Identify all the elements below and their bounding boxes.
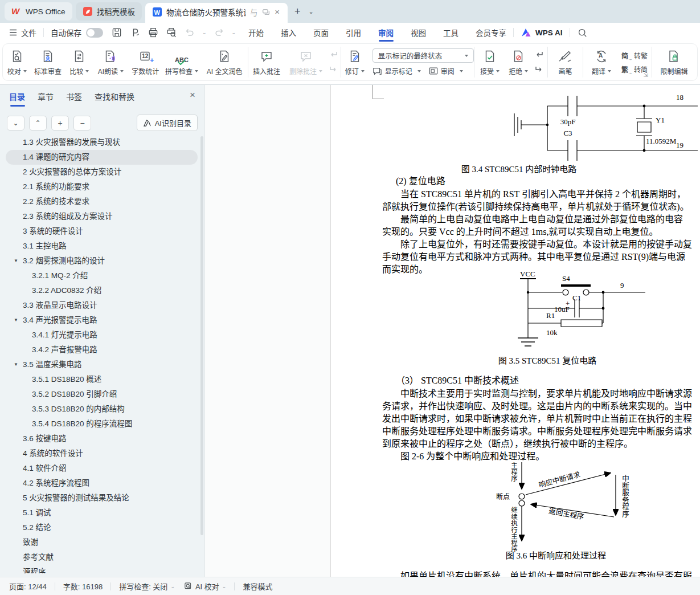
sidebar-tab[interactable]: 书签 xyxy=(66,91,82,107)
float-window-icon[interactable] xyxy=(263,9,269,15)
menu-tab[interactable]: 工具 xyxy=(443,23,459,42)
show-markup-button[interactable]: 显示标记 xyxy=(372,66,421,76)
reject-revision-button[interactable]: 拒绝 xyxy=(505,44,532,80)
quickbar-caret-icon[interactable]: ⌄ xyxy=(232,30,236,35)
undo-icon[interactable] xyxy=(184,27,195,38)
toc-item[interactable]: ▼3.2.1 MQ-2 介绍 xyxy=(6,268,198,283)
toc-item[interactable]: ▼参考文献 xyxy=(6,550,198,565)
undo-caret-icon[interactable]: ⌄ xyxy=(202,30,207,35)
toc-expand-arrow-icon[interactable]: ▼ xyxy=(14,357,18,372)
markup-state-dropdown[interactable]: 显示标记的最终状态 xyxy=(372,48,474,63)
toc-item[interactable]: ▼3.5 温度采集电路 xyxy=(6,357,198,372)
sidebar-tab[interactable]: 目录 xyxy=(9,91,25,107)
ai-proofread-status[interactable]: AI 校对⌄ xyxy=(184,581,226,592)
toc-item[interactable]: ▼4.1 软件介绍 xyxy=(6,461,198,476)
toc-item[interactable]: ▼2.1 系统的功能要求 xyxy=(6,180,198,194)
document-page[interactable]: 18 19 30pF C3 Y1 11.0592M 图 3.4 STC89C51… xyxy=(330,85,700,577)
toc-expand-arrow-icon[interactable]: ▼ xyxy=(14,313,18,328)
toc-item[interactable]: ▼4.2 系统程序流程图 xyxy=(6,476,198,491)
menu-tab[interactable]: 插入 xyxy=(281,23,296,42)
redo-icon[interactable] xyxy=(214,27,225,38)
menu-tab[interactable]: 视图 xyxy=(411,23,426,42)
toc-item[interactable]: ▼2.2 系统的技术要求 xyxy=(6,194,198,209)
save-icon[interactable] xyxy=(111,27,122,38)
toc-item[interactable]: ▼3.3 液晶显示电路设计 xyxy=(6,298,198,313)
toc-item[interactable]: ▼3.4.2 声音报警电路 xyxy=(6,343,198,357)
spell-check-status[interactable]: 拼写检查: 关闭⌄ xyxy=(119,581,175,592)
toc-item[interactable]: ▼1.3 火灾报警器的发展与现状 xyxy=(6,135,198,150)
toc-collapse-all-button[interactable]: ⌄ xyxy=(7,116,24,131)
toc-item[interactable]: ▼3.4 声光报警提示电路 xyxy=(6,313,198,328)
toc-item[interactable]: ▼3.5.3 DS18B20 的内部结构 xyxy=(6,402,198,417)
menu-tab[interactable]: 页面 xyxy=(313,23,329,42)
sidebar-tab[interactable]: 查找和替换 xyxy=(95,91,134,107)
export-pdf-icon[interactable] xyxy=(129,27,141,38)
toc-item[interactable]: ▼3.5.2 DS18B20 引脚介绍 xyxy=(6,387,198,402)
new-tab-icon[interactable]: + xyxy=(294,6,301,18)
toc-item[interactable]: ▼5 火灾报警器的测试结果及结论 xyxy=(6,491,198,506)
word-count-indicator[interactable]: 字数: 16198 xyxy=(63,581,103,592)
menu-tab[interactable]: 审阅 xyxy=(378,23,394,42)
toc-item[interactable]: ▼3.2.2 ADC0832 介绍 xyxy=(6,283,198,298)
next-comment-button[interactable] xyxy=(328,64,340,75)
toc-item[interactable]: ▼3.1 主控电路 xyxy=(6,239,198,254)
toc-item[interactable]: ▼致谢 xyxy=(6,535,198,550)
ink-brush-button[interactable]: 画笔 xyxy=(550,44,580,80)
review-pane-button[interactable]: 审阅 xyxy=(429,66,463,76)
toc-zoom-in-button[interactable]: + xyxy=(51,116,69,131)
tab-docer-templates[interactable]: 找稻壳模板 xyxy=(76,2,142,21)
toc-item[interactable]: ▼5.1 调试 xyxy=(6,506,198,520)
menu-tab[interactable]: 引用 xyxy=(346,23,361,42)
wps-ai-button[interactable]: WPS AI xyxy=(521,27,563,38)
tab-wps-office[interactable]: W WPS Office xyxy=(5,2,72,21)
sidebar-close-icon[interactable]: × xyxy=(190,89,195,101)
toc-item[interactable]: ▼3.5.4 DS18B20 的程序流程图 xyxy=(6,417,198,431)
word-count-button[interactable]: 12+ 字数统计 xyxy=(129,44,162,80)
toc-item[interactable]: ▼2.3 系统的组成及方案设计 xyxy=(6,209,198,224)
print-icon[interactable] xyxy=(148,27,159,38)
compare-button[interactable]: 比较 xyxy=(66,44,92,80)
ai-polish-button[interactable]: AI 全文润色 xyxy=(201,44,248,80)
next-revision-button[interactable] xyxy=(533,64,546,75)
delete-comment-button[interactable]: 删除批注 xyxy=(286,44,325,80)
translate-button[interactable]: A 翻译 xyxy=(587,44,616,80)
toc-item[interactable]: ▼2 火灾报警器的总体方案设计 xyxy=(6,165,198,180)
toc-item[interactable]: ▼3.2 烟雾探测电路的设计 xyxy=(6,254,198,268)
toc-item[interactable]: ▼3 系统的硬件设计 xyxy=(6,224,198,239)
track-changes-button[interactable]: 修订 xyxy=(342,44,368,80)
toc-item[interactable]: ▼3.4.1 灯光提示电路 xyxy=(6,328,198,343)
insert-comment-button[interactable]: 插入批注 xyxy=(249,44,284,80)
ai-recognize-toc-button[interactable]: AI识别目录 xyxy=(137,115,198,131)
tab-list-caret-icon[interactable]: ⌄ xyxy=(309,8,314,15)
sidebar-scrollbar[interactable] xyxy=(200,136,203,535)
to-traditional-button[interactable]: 简转繁 xyxy=(621,51,648,60)
toc-expand-arrow-icon[interactable]: ▼ xyxy=(14,254,18,268)
menu-tab[interactable]: 开始 xyxy=(248,23,264,42)
print-preview-icon[interactable] xyxy=(166,27,177,38)
toc-item[interactable]: ▼5.2 结论 xyxy=(6,520,198,535)
toc-item[interactable]: ▼1.4 课题的研究内容 xyxy=(6,150,198,165)
toc-expand-all-button[interactable]: ⌃ xyxy=(29,116,47,131)
proofread-button[interactable]: 校对 xyxy=(4,44,30,80)
sidebar-tab[interactable]: 章节 xyxy=(38,91,54,107)
accept-revision-button[interactable]: 接受 xyxy=(476,44,503,80)
autosave-toggle[interactable] xyxy=(86,28,103,38)
group-expander-icon[interactable]: ⇲ xyxy=(643,72,648,78)
ai-read-aloud-button[interactable]: AI朗读 xyxy=(94,44,128,80)
toc-item[interactable]: ▼3.5.1 DS18B20 概述 xyxy=(6,372,198,387)
toc-item[interactable]: ▼3.6 按键电路 xyxy=(6,431,198,446)
previous-revision-button[interactable] xyxy=(533,49,546,60)
page-indicator[interactable]: 页面: 12/44 xyxy=(9,581,47,592)
search-icon[interactable] xyxy=(577,27,588,38)
tab-close-icon[interactable]: × xyxy=(273,7,281,17)
spell-check-button[interactable]: ABC 拼写检查 xyxy=(163,44,200,80)
restrict-editing-button[interactable]: 限制编辑 xyxy=(654,44,694,80)
toc-item[interactable]: ▼源程序 xyxy=(6,565,198,573)
standard-review-button[interactable]: 标准审查 xyxy=(31,44,65,80)
previous-comment-button[interactable] xyxy=(328,49,340,60)
file-menu[interactable]: 文件 xyxy=(9,27,36,38)
toc-zoom-out-button[interactable]: − xyxy=(73,116,91,131)
toc-item[interactable]: ▼4 系统的软件设计 xyxy=(6,446,198,461)
tab-active-document[interactable]: W 物流仓储防火预警系统设计 与 × xyxy=(145,3,288,23)
menu-tab[interactable]: 会员专享 xyxy=(476,23,506,42)
